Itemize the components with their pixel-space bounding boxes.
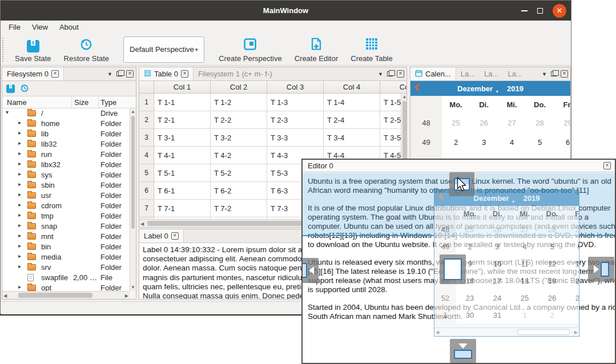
calendar-day[interactable]: 2: [456, 238, 484, 255]
create-perspective-button[interactable]: Create Perspective: [219, 37, 282, 63]
calendar-day[interactable]: 29: [566, 221, 579, 238]
tab-close-icon[interactable]: ×: [171, 232, 179, 240]
expander-closed-icon[interactable]: ▸: [18, 140, 21, 146]
table-cell[interactable]: T 3-2: [211, 129, 267, 147]
calendar-day[interactable]: 26: [470, 113, 498, 132]
calendar-day[interactable]: 31: [484, 306, 511, 323]
table-cell[interactable]: T 4-2: [211, 147, 267, 164]
calendar-day[interactable]: 25: [456, 221, 484, 238]
create-table-button[interactable]: Create Table: [351, 37, 392, 63]
expander-closed-icon[interactable]: ▸: [18, 242, 21, 249]
calendar-prev-month-icon[interactable]: [414, 83, 422, 91]
fs-vertical-scrollbar[interactable]: ▲ ▼: [130, 108, 136, 291]
calendar-day[interactable]: 25: [442, 113, 470, 132]
table-cell[interactable]: T 5-1: [154, 164, 211, 182]
table-cell[interactable]: T 2-3: [267, 111, 324, 129]
expander-closed-icon[interactable]: ▸: [18, 119, 21, 126]
calendar-day[interactable]: 19: [538, 272, 566, 289]
tree-row[interactable]: ▸optFolder: [2, 283, 130, 291]
expander-closed-icon[interactable]: ▸: [18, 263, 21, 269]
calendar-day[interactable]: 18: [511, 272, 538, 289]
calendar-day[interactable]: 5: [538, 238, 566, 255]
row-header[interactable]: 3: [139, 129, 154, 147]
maximize-button-icon[interactable]: [537, 8, 543, 14]
expander-open-icon[interactable]: ▾: [6, 109, 9, 115]
fs-horizontal-scrollbar[interactable]: ◀ ▶: [2, 291, 130, 299]
expander-closed-icon[interactable]: ▸: [18, 201, 21, 208]
drop-indicator-bottom[interactable]: [450, 339, 476, 363]
tree-row[interactable]: ▾/Drive: [2, 108, 130, 119]
column-header[interactable]: Col 1: [154, 81, 211, 94]
dock-close-button[interactable]: ×: [561, 70, 568, 78]
expander-closed-icon[interactable]: ▸: [18, 222, 21, 228]
column-header[interactable]: Col 5: [380, 81, 406, 94]
tree-row[interactable]: ▸runFolder: [2, 149, 130, 160]
drop-indicator-left[interactable]: [301, 258, 319, 283]
expander-closed-icon[interactable]: ▸: [18, 253, 21, 259]
tab-calendar[interactable]: Calen...: [410, 67, 456, 80]
calendar-day[interactable]: 26: [484, 221, 511, 238]
table-cell[interactable]: T 4-1: [154, 147, 211, 164]
table-cell[interactable]: T 3-3: [267, 129, 324, 147]
row-header[interactable]: 7: [139, 200, 154, 217]
menu-file[interactable]: File: [3, 21, 26, 33]
dock-float-button[interactable]: [551, 71, 557, 76]
calendar-day[interactable]: 23: [456, 289, 484, 306]
calendar-day[interactable]: 12: [538, 255, 566, 272]
expander-closed-icon[interactable]: ▸: [18, 232, 21, 238]
calendar-day[interactable]: 2: [538, 306, 566, 323]
table-cell[interactable]: T 7-1: [154, 200, 211, 217]
column-header[interactable]: Col 4: [324, 81, 380, 94]
calendar-day[interactable]: 27: [511, 221, 538, 238]
calendar-day[interactable]: 24: [484, 289, 511, 306]
calendar-day[interactable]: 27: [566, 289, 579, 306]
calendar-day[interactable]: 4: [498, 132, 526, 152]
calendar-day[interactable]: 17: [484, 272, 511, 289]
expander-closed-icon[interactable]: ▸: [18, 130, 21, 136]
expander-closed-icon[interactable]: ▸: [18, 171, 21, 177]
editor-titlebar[interactable]: Editor 0 ×: [303, 160, 615, 172]
table-cell[interactable]: T 2-1: [154, 111, 211, 129]
column-header[interactable]: Col 3: [267, 81, 324, 94]
calendar-day[interactable]: 3: [566, 306, 579, 323]
tree-row[interactable]: ▸binFolder: [2, 242, 130, 252]
tree-row[interactable]: ▸snapFolder: [2, 221, 130, 232]
expander-closed-icon[interactable]: ▸: [18, 160, 21, 167]
expander-closed-icon[interactable]: ▸: [18, 150, 21, 156]
table-dock-titlebar[interactable]: Table 0×Filesystem 1 (c+ m- f-) ▼ ×: [139, 67, 406, 81]
row-header[interactable]: 2: [139, 111, 154, 129]
table-cell[interactable]: T 3-4: [324, 129, 380, 147]
tree-row[interactable]: ▸libFolder: [2, 129, 130, 139]
drop-indicator-center[interactable]: [440, 254, 466, 284]
tab-close-icon[interactable]: ×: [51, 70, 59, 78]
table-cell[interactable]: T 3-1: [154, 129, 211, 147]
calendar-day[interactable]: 5: [526, 132, 554, 152]
calendar-day[interactable]: 30: [456, 306, 484, 323]
tree-row[interactable]: ▸homeFolder: [2, 119, 130, 129]
tree-row[interactable]: ▸mntFolder: [2, 232, 130, 242]
window-titlebar[interactable]: MainWindow ✕: [1, 1, 571, 21]
fs-save-icon[interactable]: [6, 84, 15, 93]
table-cell[interactable]: T 1-4: [324, 94, 380, 111]
calendar-day[interactable]: 26: [538, 289, 566, 306]
tree-row[interactable]: ▸usrFolder: [2, 191, 130, 201]
calendar-day[interactable]: 6: [566, 238, 579, 255]
row-header[interactable]: 5: [139, 164, 154, 182]
dock-close-button[interactable]: ×: [126, 70, 134, 78]
tab-close-icon[interactable]: ×: [181, 70, 188, 78]
tree-row[interactable]: ▸sysFolder: [2, 170, 130, 180]
menu-about[interactable]: About: [54, 21, 84, 33]
table-cell[interactable]: T 1-2: [211, 94, 267, 111]
calendar-day[interactable]: 13: [566, 255, 579, 272]
calendar-day[interactable]: 10: [484, 255, 511, 272]
dock-menu-button[interactable]: ▼: [378, 71, 383, 77]
calendar-year-button[interactable]: 2019: [507, 84, 524, 93]
tab-label-0[interactable]: Label 0 ×: [139, 229, 184, 242]
perspective-dropdown[interactable]: Default Perspective ▼: [123, 37, 204, 63]
tree-row[interactable]: ▸mediaFolder: [2, 252, 130, 262]
fs-reload-icon[interactable]: [20, 83, 29, 94]
toolbar-drag-handle[interactable]: [2, 38, 5, 62]
calendar-day[interactable]: 27: [498, 113, 526, 132]
table-cell[interactable]: T 6-1: [154, 182, 211, 200]
calendar-day[interactable]: 28: [526, 113, 554, 132]
